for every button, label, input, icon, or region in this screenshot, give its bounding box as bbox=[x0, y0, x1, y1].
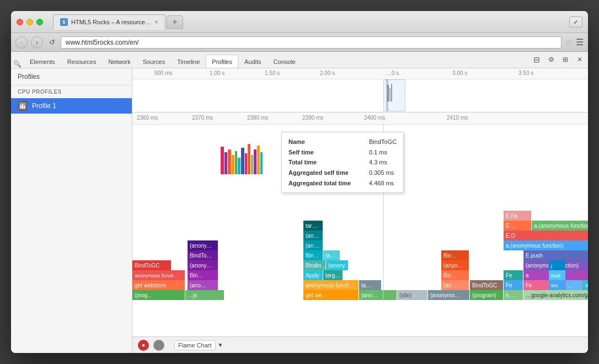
svg-text:E.Fa: E.Fa bbox=[506, 213, 518, 219]
flame-mark-2380: 2380 ms bbox=[247, 115, 268, 121]
record-button[interactable]: ● bbox=[138, 340, 149, 351]
tooltip-agg-total-label: Aggregated total time bbox=[288, 178, 366, 189]
svg-rect-127 bbox=[232, 155, 234, 174]
profile-icon bbox=[18, 101, 28, 111]
devtools-search-icon[interactable]: 🔍 bbox=[13, 60, 22, 68]
bookmark-button[interactable]: ☆ bbox=[565, 37, 573, 47]
svg-rect-136 bbox=[260, 152, 263, 174]
refresh-button[interactable]: ↺ bbox=[46, 37, 57, 48]
tab-favicon: 5 bbox=[60, 18, 68, 26]
tab-elements[interactable]: Elements bbox=[24, 55, 61, 68]
settings-button[interactable]: ⚙ bbox=[545, 53, 557, 66]
maximize-window-button[interactable] bbox=[36, 19, 43, 25]
flame-mark-2360: 2360 ms bbox=[137, 115, 158, 121]
svg-text:E.O: E.O bbox=[506, 233, 515, 239]
flame-mark-2410: 2410 ms bbox=[447, 115, 468, 121]
minimize-window-button[interactable] bbox=[26, 19, 33, 25]
back-button[interactable]: ‹ bbox=[15, 36, 28, 49]
ruler-mark-1s: 1.00 s bbox=[210, 70, 224, 76]
svg-rect-128 bbox=[235, 151, 237, 174]
tab-close-button[interactable]: × bbox=[154, 18, 158, 26]
timeline-overview[interactable]: 500 ms 1.00 s 1.50 s 2.00 s …0 s 3.00 s … bbox=[132, 68, 588, 113]
flame-ruler: 2360 ms 2370 ms 2380 ms 2390 ms 2400 ms … bbox=[132, 113, 588, 125]
flame-area: 2360 ms 2370 ms 2380 ms 2390 ms 2400 ms … bbox=[132, 113, 588, 336]
tooltip-agg-self-label: Aggregated self time bbox=[288, 168, 366, 178]
svg-text:(prog…: (prog… bbox=[135, 292, 153, 298]
svg-text:targ…: targ… bbox=[325, 272, 340, 279]
tooltip-self-time-value: 0.1 ms bbox=[369, 147, 387, 158]
layout-button[interactable]: ⊞ bbox=[559, 53, 571, 66]
svg-text:tar…: tar… bbox=[306, 223, 318, 229]
close-window-button[interactable] bbox=[17, 19, 23, 25]
svg-rect-134 bbox=[254, 149, 256, 174]
browser-tab-active[interactable]: 5 HTML5 Rocks – A resource… × bbox=[53, 14, 165, 30]
tab-profiles[interactable]: Profiles bbox=[206, 55, 238, 68]
svg-rect-131 bbox=[245, 153, 247, 174]
tab-sources[interactable]: Sources bbox=[137, 55, 171, 68]
svg-text:BindToGC: BindToGC bbox=[135, 263, 160, 269]
svg-text:Bin…: Bin… bbox=[443, 272, 457, 279]
url-text: www.html5rocks.com/en/ bbox=[66, 39, 139, 46]
svg-rect-90 bbox=[504, 231, 588, 240]
tooltip-total-time-label: Total time bbox=[288, 157, 366, 168]
svg-text:E…: E… bbox=[506, 223, 515, 229]
browser-tab-bar: 5 HTML5 Rocks – A resource… × + bbox=[53, 14, 565, 30]
svg-text:(anonymo…: (anonymo… bbox=[430, 292, 460, 298]
profile1-label: Profile 1 bbox=[32, 102, 56, 110]
tab-timeline[interactable]: Timeline bbox=[171, 55, 206, 68]
svg-text:h…: h… bbox=[506, 292, 515, 298]
svg-text:BindToGC: BindToGC bbox=[472, 282, 498, 288]
svg-text:(idle): (idle) bbox=[399, 292, 411, 298]
tab-console[interactable]: Console bbox=[268, 55, 302, 68]
resize-button[interactable]: ⤢ bbox=[569, 17, 582, 28]
close-devtools-button[interactable]: ✕ bbox=[574, 53, 586, 66]
stop-icon: ◯ bbox=[156, 342, 162, 348]
tooltip-agg-self-value: 0.305 ms bbox=[369, 168, 394, 178]
svg-text:get we…: get we… bbox=[306, 292, 327, 298]
sidebar-item-profile1[interactable]: Profile 1 bbox=[11, 98, 132, 114]
svg-text:anonymous functi…: anonymous functi… bbox=[306, 282, 354, 288]
forward-button[interactable]: › bbox=[31, 36, 43, 49]
svg-text:…google-analytics.com/ga.js: …google-analytics.com/ga.js bbox=[526, 292, 588, 298]
timeline-selection[interactable] bbox=[383, 79, 405, 111]
tooltip-name-label: Name bbox=[288, 137, 366, 147]
svg-text:a: a bbox=[526, 272, 529, 279]
tab-network[interactable]: Network bbox=[102, 55, 136, 68]
svg-text:Bin…: Bin… bbox=[443, 253, 457, 259]
svg-text:Fe: Fe bbox=[506, 272, 512, 279]
svg-text:(an…: (an… bbox=[306, 243, 319, 249]
svg-rect-129 bbox=[238, 158, 240, 174]
svg-text:Fe: Fe bbox=[526, 282, 532, 288]
svg-text:(anony…: (anony… bbox=[328, 263, 351, 269]
flame-mark-2400: 2400 ms bbox=[364, 115, 385, 121]
svg-text:Bin…: Bin… bbox=[306, 253, 319, 259]
flame-type-dropdown[interactable]: Flame Chart bbox=[174, 340, 216, 350]
svg-text:Bindin…: Bindin… bbox=[306, 263, 327, 269]
tab-resources[interactable]: Resources bbox=[61, 55, 103, 68]
svg-text:ta…: ta… bbox=[361, 282, 371, 288]
address-bar: ‹ › ↺ www.html5rocks.com/en/ ☆ ☰ bbox=[11, 33, 588, 52]
timeline-overview-svg bbox=[132, 79, 588, 111]
svg-rect-2 bbox=[22, 104, 23, 109]
svg-rect-125 bbox=[224, 152, 227, 174]
browser-menu-button[interactable]: ☰ bbox=[576, 37, 584, 47]
svg-text:a.(anonymous function): a.(anonymous function) bbox=[534, 223, 588, 229]
ruler-mark-150ms: 1.50 s bbox=[265, 70, 280, 76]
tab-title: HTML5 Rocks – A resource… bbox=[71, 19, 151, 25]
new-tab-button[interactable]: + bbox=[167, 15, 183, 29]
stop-button[interactable]: ◯ bbox=[153, 340, 164, 351]
svg-text:get webstore: get webstore bbox=[135, 282, 167, 288]
dock-button[interactable]: ⊟ bbox=[531, 53, 543, 66]
ruler-mark-500ms: 500 ms bbox=[154, 70, 173, 76]
svg-text:(ano…: (ano… bbox=[190, 282, 206, 288]
url-input[interactable]: www.html5rocks.com/en/ bbox=[61, 36, 561, 49]
svg-text:E.push: E.push bbox=[526, 253, 543, 259]
title-bar: 5 HTML5 Rocks – A resource… × + ⤢ bbox=[11, 11, 588, 33]
sidebar-profiles-header[interactable]: Profiles bbox=[11, 68, 132, 85]
sidebar-cpu-profiles-section: CPU PROFILES bbox=[11, 85, 132, 98]
svg-text:Wc: Wc bbox=[551, 283, 558, 288]
tab-audits[interactable]: Audits bbox=[238, 55, 268, 68]
flame-type-selector[interactable]: Flame Chart ▼ bbox=[174, 340, 223, 350]
tooltip-self-time-label: Self time bbox=[288, 147, 366, 158]
svg-rect-133 bbox=[251, 155, 253, 174]
